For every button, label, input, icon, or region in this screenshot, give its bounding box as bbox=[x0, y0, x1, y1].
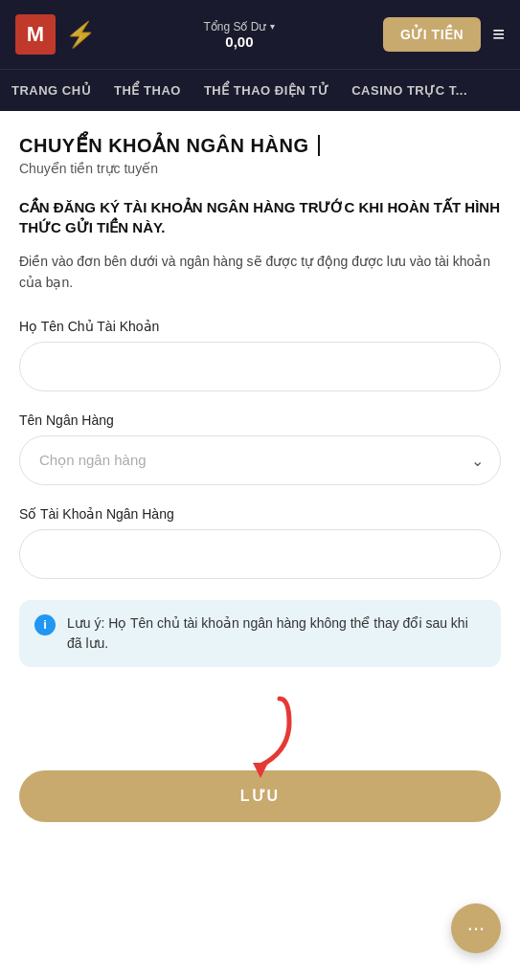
account-name-input[interactable] bbox=[19, 342, 501, 391]
logo-slash-icon: ⚡ bbox=[65, 20, 96, 50]
account-name-group: Họ Tên Chủ Tài Khoản bbox=[19, 319, 501, 391]
chat-icon: ··· bbox=[467, 916, 485, 941]
bank-name-label: Tên Ngân Hàng bbox=[19, 412, 501, 428]
nav-item-casino[interactable]: CASINO TRỰC T... bbox=[351, 79, 467, 101]
info-icon: i bbox=[34, 614, 56, 635]
nav-item-the-thao-dien-tu[interactable]: THỂ THAO ĐIỆN TỬ bbox=[204, 79, 328, 101]
submit-button[interactable]: LƯU bbox=[19, 770, 501, 822]
nav-item-the-thao[interactable]: THỂ THAO bbox=[114, 79, 181, 101]
bank-name-select[interactable]: Chọn ngân hàng bbox=[19, 435, 501, 485]
main-content: CHUYỂN KHOẢN NGÂN HÀNG Chuyển tiền trực … bbox=[0, 111, 520, 918]
curved-arrow-icon bbox=[203, 694, 318, 780]
chat-fab-button[interactable]: ··· bbox=[451, 903, 501, 953]
warning-desc: Điền vào đơn bên dưới và ngân hàng sẽ đư… bbox=[19, 251, 501, 294]
header-actions: GỬI TIỀN ≡ bbox=[383, 17, 505, 52]
notice-box: i Lưu ý: Họ Tên chủ tài khoản ngân hàng … bbox=[19, 600, 501, 667]
page-subtitle: Chuyển tiền trực tuyến bbox=[19, 161, 501, 176]
balance-label: Tổng Số Dư ▾ bbox=[203, 20, 275, 33]
logo-m: M bbox=[15, 14, 56, 55]
account-number-label: Số Tài Khoản Ngân Hàng bbox=[19, 506, 501, 522]
header: M ⚡ Tổng Số Dư ▾ 0,00 GỬI TIỀN ≡ bbox=[0, 0, 520, 69]
account-name-label: Họ Tên Chủ Tài Khoản bbox=[19, 319, 501, 334]
arrow-container bbox=[19, 694, 501, 780]
balance-amount: 0,00 bbox=[225, 33, 253, 50]
chevron-down-icon: ▾ bbox=[270, 21, 275, 32]
page-title: CHUYỂN KHOẢN NGÂN HÀNG bbox=[19, 134, 501, 157]
gui-tien-button[interactable]: GỬI TIỀN bbox=[383, 17, 481, 52]
hamburger-menu-button[interactable]: ≡ bbox=[492, 22, 505, 47]
notice-text: Lưu ý: Họ Tên chủ tài khoản ngân hàng kh… bbox=[67, 613, 486, 654]
header-logo-group: M ⚡ bbox=[15, 14, 96, 55]
account-number-group: Số Tài Khoản Ngân Hàng bbox=[19, 506, 501, 579]
warning-title: CẦN ĐĂNG KÝ TÀI KHOẢN NGÂN HÀNG TRƯỚC KH… bbox=[19, 197, 501, 237]
account-number-input[interactable] bbox=[19, 529, 501, 579]
bank-select-wrapper: Chọn ngân hàng ⌄ bbox=[19, 435, 501, 485]
bank-name-group: Tên Ngân Hàng Chọn ngân hàng ⌄ bbox=[19, 412, 501, 485]
header-balance[interactable]: Tổng Số Dư ▾ 0,00 bbox=[203, 20, 275, 50]
main-nav: TRANG CHỦ THỂ THAO THỂ THAO ĐIỆN TỬ CASI… bbox=[0, 69, 520, 111]
nav-item-trang-chu[interactable]: TRANG CHỦ bbox=[11, 79, 91, 101]
